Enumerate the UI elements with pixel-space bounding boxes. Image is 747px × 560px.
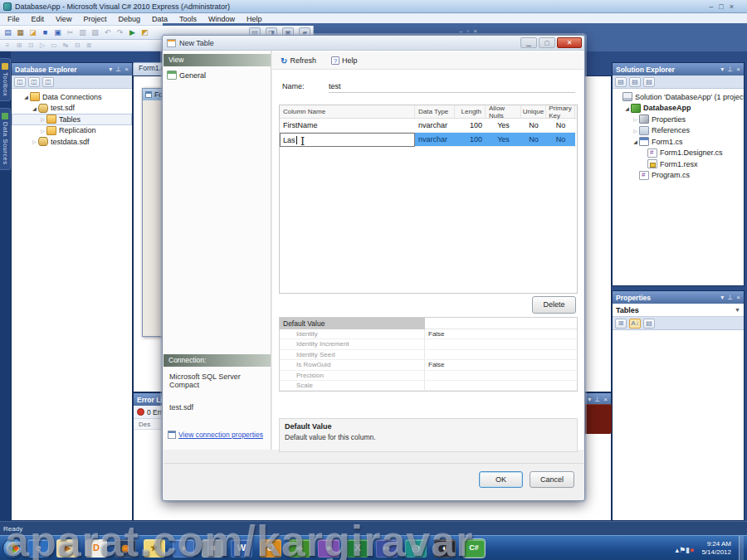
maximize-icon[interactable]: □ [719, 2, 723, 11]
taskbar-messenger[interactable]: ● [318, 539, 339, 558]
new-project-icon[interactable]: ▤ [2, 27, 13, 38]
redo-icon[interactable]: ↷ [115, 27, 125, 38]
delete-button[interactable]: Delete [532, 296, 576, 314]
grid-cell[interactable]: nvarchar [415, 119, 455, 132]
window-position-icon[interactable]: ▾ [720, 66, 724, 73]
window-position-icon[interactable]: ▾ [109, 66, 112, 73]
nav-general[interactable]: General [167, 71, 206, 80]
property-row-precision[interactable]: Precision [280, 371, 577, 381]
center-icon[interactable]: ⊟ [72, 41, 82, 50]
menu-project[interactable]: Project [77, 14, 112, 24]
close-icon[interactable]: × [603, 396, 608, 403]
cancel-button[interactable]: Cancel [530, 471, 574, 488]
expander-icon[interactable]: ◢ [623, 105, 631, 111]
property-row-is-rowguid[interactable]: Is RowGuidFalse [280, 360, 577, 370]
taskbar-internet-explorer[interactable]: e [27, 539, 49, 558]
taskbar-word[interactable]: W [231, 539, 252, 558]
taskbar-folder-star[interactable]: ★ [144, 539, 165, 558]
disconnect-icon[interactable]: ◫ [28, 77, 40, 87]
taskbar-firefox[interactable]: ◉ [115, 539, 136, 558]
menu-edit[interactable]: Edit [26, 14, 51, 24]
taskbar-utility-blue[interactable]: ♦ [173, 539, 194, 558]
add-connection-icon[interactable]: ◫ [14, 77, 26, 87]
dbx-item-replication[interactable]: ▷Replication [12, 125, 132, 137]
dbx-item-tables[interactable]: ▷Tables [12, 114, 132, 125]
column-header-length[interactable]: Length [455, 105, 486, 118]
grid-cell[interactable]: No [521, 119, 546, 132]
sln-item-solution-databaseapp-1-project[interactable]: Solution 'DatabaseApp' (1 project) [613, 91, 744, 103]
open-file-icon[interactable]: ◪ [27, 27, 38, 38]
sln-item-form1-resx[interactable]: Form1.resx [613, 158, 744, 170]
maximize-icon[interactable]: ▢ [539, 37, 555, 48]
grid-cell[interactable]: No [521, 133, 546, 146]
sln-item-references[interactable]: ▷References [613, 125, 744, 137]
side-tab-data-sources[interactable]: Data Sources [0, 108, 11, 169]
taskbar-clock[interactable]: 9:24 AM 5/14/2012 [698, 540, 735, 556]
side-tab-toolbox[interactable]: Toolbox [0, 58, 11, 101]
taskbar-visual-studio[interactable]: ∞ [376, 539, 398, 558]
grid-cell[interactable]: FirstName [280, 119, 415, 132]
close-icon[interactable]: × [124, 66, 129, 73]
property-row-identity[interactable]: IdentityFalse [280, 329, 577, 339]
sln-item-program-cs[interactable]: Program.cs [613, 170, 744, 182]
expander-icon[interactable]: ▷ [632, 128, 639, 134]
close-icon[interactable]: × [736, 294, 740, 301]
grid-cell[interactable]: Yes [486, 119, 521, 132]
copy-icon[interactable]: ▥ [77, 27, 88, 38]
table-name-input[interactable]: test [329, 80, 575, 93]
column-header-column-name[interactable]: Column Name [280, 105, 415, 118]
refresh-icon[interactable]: ▤ [643, 77, 655, 87]
cut-icon[interactable]: ✂ [65, 27, 76, 38]
expander-icon[interactable]: ▷ [632, 116, 639, 122]
show-all-files-icon[interactable]: ▤ [629, 77, 641, 87]
taskbar-csharp-app[interactable]: C# [463, 539, 485, 558]
search-icon[interactable]: ◫ [42, 77, 54, 87]
expander-icon[interactable]: ▷ [31, 139, 38, 144]
taskbar-app-gray[interactable]: ■ [202, 539, 223, 558]
spacing-icon[interactable]: ↹ [61, 41, 71, 50]
menu-view[interactable]: View [50, 14, 77, 24]
property-row-identity-increment[interactable]: Identity Increment [280, 339, 577, 349]
expander-icon[interactable]: ◢ [632, 139, 639, 144]
properties-object-selector[interactable]: Tables ▼ [613, 304, 744, 317]
minimize-icon[interactable]: ▁ [520, 37, 537, 48]
dbx-item-testdata-sdf[interactable]: ▷testdata.sdf [12, 136, 132, 148]
tab-order-icon[interactable]: ≣ [84, 41, 94, 50]
mdi-minimize-icon[interactable]: – [459, 27, 462, 35]
align-grid-icon[interactable]: ⊞ [14, 41, 24, 50]
expander-icon[interactable]: ▷ [39, 116, 46, 122]
column-header-primary-key[interactable]: Primary Key [546, 105, 575, 118]
layout-icon[interactable]: ▭ [49, 41, 59, 50]
grid-cell[interactable]: 100 [455, 133, 486, 146]
properties-icon[interactable]: ▤ [615, 77, 627, 87]
property-row-identity-seed[interactable]: Identity Seed [280, 350, 577, 360]
order-icon[interactable]: ▷ [37, 41, 47, 50]
mdi-restore-icon[interactable]: ▫ [466, 27, 469, 35]
size-icon[interactable]: ⊡ [26, 41, 36, 50]
taskbar-app-teal[interactable]: ◎ [405, 539, 427, 558]
help-button[interactable]: ? Help [328, 55, 361, 66]
start-button[interactable] [2, 538, 24, 559]
sln-item-form1-designer-cs[interactable]: Form1.Designer.cs [613, 148, 744, 159]
save-icon[interactable]: ■ [40, 27, 51, 38]
expander-icon[interactable]: ◢ [22, 94, 30, 100]
column-header-unique[interactable]: Unique [521, 105, 546, 118]
start-debug-icon[interactable]: ▶ [127, 27, 138, 38]
show-desktop-button[interactable] [739, 536, 744, 560]
pin-icon[interactable]: ⊥ [727, 66, 733, 73]
dbx-item-test-sdf[interactable]: ◢test.sdf [12, 103, 132, 114]
expander-icon[interactable]: ▷ [39, 128, 46, 134]
property-pages-icon[interactable]: ▤ [643, 319, 655, 329]
dbx-item-data-connections[interactable]: ◢Data Connections [12, 91, 132, 103]
grid-row-0[interactable]: FirstNamenvarchar100YesNoNo [280, 119, 577, 133]
menu-file[interactable]: File [2, 14, 26, 24]
view-connection-properties-link[interactable]: View connection properties [168, 431, 263, 439]
minimize-icon[interactable]: – [709, 2, 713, 11]
grid-cell[interactable]: No [546, 119, 575, 132]
tray-volume-mute-icon[interactable]: ● [690, 546, 694, 554]
taskbar-excel[interactable]: X [347, 539, 369, 558]
grid-cell[interactable]: 100 [455, 119, 486, 132]
taskbar-frog-app[interactable]: ♣ [289, 539, 310, 558]
refresh-button[interactable]: ↻ Refresh [277, 55, 320, 67]
categorized-icon[interactable]: ⊞ [615, 319, 627, 329]
